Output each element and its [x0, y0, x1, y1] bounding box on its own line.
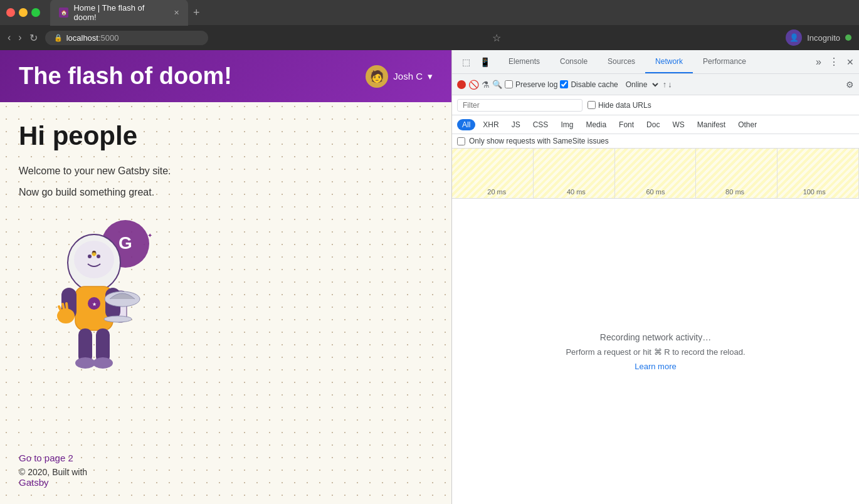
- back-button[interactable]: ‹: [8, 32, 11, 43]
- type-ws-button[interactable]: WS: [667, 119, 689, 130]
- site-content: Hi people Welcome to your new Gatsby sit…: [0, 102, 451, 446]
- profile-area: 👤 Incognito: [786, 29, 851, 46]
- tab-performance[interactable]: Performance: [693, 50, 756, 73]
- reload-button[interactable]: ↻: [29, 32, 38, 44]
- astronaut-illustration: G ✦ ✦ 👨 ★: [19, 206, 433, 397]
- recording-hint: Perform a request or hit ⌘ R to record t…: [566, 347, 745, 357]
- preserve-log-checkbox[interactable]: Preserve log: [505, 80, 557, 89]
- timeline-area: 20 ms 40 ms 60 ms 80 ms 100 ms: [452, 149, 859, 199]
- export-button[interactable]: ↓: [668, 80, 672, 89]
- paragraph-2: Now go build something great.: [19, 185, 433, 200]
- clear-button[interactable]: 🚫: [468, 80, 479, 90]
- type-filter-bar: All XHR JS CSS Img Media Font Doc WS Man…: [452, 115, 859, 134]
- recording-status: Recording network activity…: [600, 332, 711, 342]
- site-title: The flash of doom!: [19, 63, 232, 90]
- disable-cache-checkbox[interactable]: Disable cache: [560, 80, 618, 89]
- browser-chrome: 🏠 Home | The flash of doom! ✕ + ‹ › ↻ 🔒 …: [0, 0, 859, 50]
- svg-line-16: [59, 307, 61, 312]
- network-empty-state: Recording network activity… Perform a re…: [452, 199, 859, 504]
- chevron-down-icon: ▾: [428, 71, 433, 82]
- tab-close-button[interactable]: ✕: [174, 9, 179, 17]
- type-all-button[interactable]: All: [457, 119, 475, 130]
- devtools-menu-button[interactable]: ⋮: [826, 50, 841, 73]
- active-tab[interactable]: 🏠 Home | The flash of doom! ✕: [50, 0, 188, 26]
- profile-name: Incognito: [807, 33, 840, 43]
- type-font-button[interactable]: Font: [614, 119, 639, 130]
- webpage: The flash of doom! 🧑 Josh C ▾ Hi people …: [0, 50, 451, 504]
- devtools-close-button[interactable]: ✕: [841, 50, 859, 73]
- type-css-button[interactable]: CSS: [528, 119, 554, 130]
- inspect-element-button[interactable]: ⬚: [457, 53, 475, 71]
- main-area: The flash of doom! 🧑 Josh C ▾ Hi people …: [0, 50, 859, 504]
- filter-button[interactable]: ⚗: [482, 80, 490, 90]
- type-js-button[interactable]: JS: [507, 119, 525, 130]
- title-bar: 🏠 Home | The flash of doom! ✕ +: [0, 0, 859, 25]
- import-button[interactable]: ↑: [663, 80, 667, 89]
- device-toggle-button[interactable]: 📱: [476, 53, 493, 71]
- go-to-page-2-link[interactable]: Go to page 2: [19, 453, 433, 463]
- tab-sources[interactable]: Sources: [598, 50, 645, 73]
- type-manifest-button[interactable]: Manifest: [692, 119, 730, 130]
- paragraph-1: Welcome to your new Gatsby site.: [19, 164, 433, 179]
- minimize-traffic-light[interactable]: [19, 8, 28, 17]
- traffic-lights: [6, 8, 40, 17]
- tab-favicon: 🏠: [59, 8, 68, 18]
- site-footer: Go to page 2 © 2020, Built with Gatsby: [0, 446, 451, 504]
- samesite-checkbox[interactable]: Only show requests with SameSite issues: [457, 137, 609, 145]
- footer-copyright: © 2020, Built with Gatsby: [19, 467, 433, 488]
- tab-elements[interactable]: Elements: [498, 50, 550, 73]
- tab-title: Home | The flash of doom!: [73, 3, 166, 22]
- network-toolbar: 🚫 ⚗ 🔍 Preserve log Disable cache Online …: [452, 74, 859, 95]
- filter-bar: Hide data URLs: [452, 95, 859, 115]
- svg-text:✦: ✦: [147, 232, 152, 239]
- profile-avatar[interactable]: 👤: [786, 29, 802, 46]
- type-img-button[interactable]: Img: [556, 119, 578, 130]
- incognito-indicator: [845, 34, 851, 41]
- address-bar: ‹ › ↻ 🔒 localhost:5000 ☆ 👤 Incognito: [0, 25, 859, 50]
- timeline-label-1: 20 ms: [457, 188, 537, 196]
- user-menu[interactable]: 🧑 Josh C ▾: [366, 65, 433, 88]
- devtools-icon-bar: ⬚ 📱: [452, 50, 498, 73]
- timeline-label-5: 100 ms: [774, 188, 854, 196]
- type-xhr-button[interactable]: XHR: [478, 119, 503, 130]
- svg-line-18: [66, 303, 67, 309]
- samesite-bar: Only show requests with SameSite issues: [452, 134, 859, 149]
- devtools-panel: ⬚ 📱 Elements Console Sources Network Per…: [451, 50, 859, 504]
- svg-point-5: [74, 241, 114, 278]
- learn-more-link[interactable]: Learn more: [635, 362, 676, 371]
- hide-data-urls-checkbox[interactable]: Hide data URLs: [588, 101, 651, 110]
- timeline-label-3: 60 ms: [616, 188, 695, 196]
- devtools-tabs: ⬚ 📱 Elements Console Sources Network Per…: [452, 50, 859, 74]
- tab-network[interactable]: Network: [645, 50, 693, 73]
- user-avatar: 🧑: [366, 65, 388, 88]
- throttle-select[interactable]: Online: [621, 80, 660, 90]
- svg-point-19: [104, 316, 132, 322]
- fullscreen-traffic-light[interactable]: [31, 8, 40, 17]
- tab-bar: 🏠 Home | The flash of doom! ✕ +: [50, 0, 853, 26]
- network-settings-button[interactable]: ⚙: [846, 80, 854, 90]
- type-media-button[interactable]: Media: [581, 119, 611, 130]
- gatsby-link[interactable]: Gatsby: [19, 477, 433, 488]
- type-doc-button[interactable]: Doc: [641, 119, 665, 130]
- import-export-buttons: ↑ ↓: [663, 80, 672, 89]
- filter-input[interactable]: [457, 99, 582, 112]
- svg-point-23: [93, 357, 113, 369]
- tab-console[interactable]: Console: [550, 50, 598, 73]
- user-name: Josh C: [393, 71, 423, 81]
- url-text: localhost:5000: [66, 33, 119, 43]
- record-button[interactable]: [457, 80, 466, 89]
- svg-text:★: ★: [92, 302, 97, 307]
- bookmark-icon[interactable]: ☆: [492, 32, 501, 44]
- type-other-button[interactable]: Other: [733, 119, 762, 130]
- lock-icon: 🔒: [54, 34, 63, 42]
- url-bar[interactable]: 🔒 localhost:5000: [45, 31, 208, 45]
- svg-text:👨: 👨: [91, 250, 97, 256]
- close-traffic-light[interactable]: [6, 8, 15, 17]
- search-button[interactable]: 🔍: [492, 80, 502, 89]
- svg-text:G: G: [119, 233, 132, 253]
- tabs-spacer: [756, 50, 811, 73]
- new-tab-button[interactable]: +: [193, 6, 200, 19]
- forward-button[interactable]: ›: [18, 32, 21, 43]
- site-header: The flash of doom! 🧑 Josh C ▾: [0, 50, 451, 102]
- more-tabs-button[interactable]: »: [811, 50, 826, 73]
